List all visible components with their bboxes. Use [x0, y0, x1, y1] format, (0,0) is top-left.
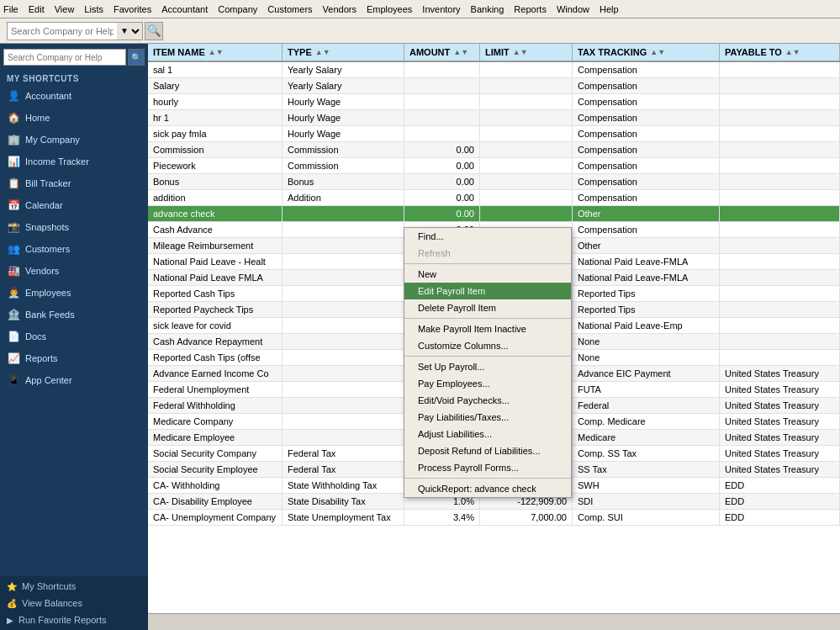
sidebar-item-home[interactable]: 🏠 Home [0, 107, 148, 129]
sort-icon-tax-tracking: ▲▼ [650, 48, 665, 56]
context-menu-item-adjust-liabilities[interactable]: Adjust Liabilities... [404, 426, 571, 442]
table-row[interactable]: sick pay fmlaHourly WageCompensation [148, 126, 840, 142]
sidebar-bottom-label-shortcuts: My Shortcuts [22, 581, 76, 591]
col-header-payable-to[interactable]: PAYABLE TO ▲▼ [720, 44, 840, 61]
menu-edit[interactable]: Edit [29, 4, 45, 14]
sidebar-bottom-run-favorite[interactable]: ▶ Run Favorite Reports [0, 611, 148, 628]
menu-inventory[interactable]: Inventory [422, 4, 460, 14]
table-cell [720, 94, 840, 109]
sidebar-item-snapshots[interactable]: 📸 Snapshots [0, 216, 148, 238]
col-header-item-name[interactable]: ITEM NAME ▲▼ [148, 44, 283, 61]
menu-lists[interactable]: Lists [84, 4, 103, 14]
menu-accountant[interactable]: Accountant [161, 4, 208, 14]
context-menu-item-set-up-payroll[interactable]: Set Up Payroll... [404, 358, 571, 375]
table-cell: EDD [720, 510, 840, 525]
sidebar-item-reports[interactable]: 📈 Reports [0, 347, 148, 369]
sort-icon-payable-to: ▲▼ [785, 48, 800, 56]
table-row[interactable]: sal 1Yearly SalaryCompensation [148, 62, 840, 78]
menu-customers[interactable]: Customers [267, 4, 312, 14]
context-menu-item-customize-columns[interactable]: Customize Columns... [404, 337, 571, 354]
table-row[interactable]: SalaryYearly SalaryCompensation [148, 78, 840, 94]
table-row[interactable]: advance check0.00Other [148, 206, 840, 222]
table-cell [480, 126, 573, 141]
context-menu-item-pay-employees[interactable]: Pay Employees... [404, 375, 571, 392]
context-menu-item-pay-liabilities[interactable]: Pay Liabilities/Taxes... [404, 409, 571, 426]
table-cell: sal 1 [148, 62, 283, 77]
table-cell [720, 318, 840, 333]
table-cell [720, 270, 840, 285]
menu-favorites[interactable]: Favorites [114, 4, 151, 14]
sidebar-item-docs[interactable]: 📄 Docs [0, 326, 148, 347]
table-cell: National Paid Leave-FMLA [573, 270, 720, 285]
sidebar-item-label-bill-tracker: Bill Tracker [25, 178, 71, 188]
context-menu-item-deposit-refund[interactable]: Deposit Refund of Liabilities... [404, 442, 571, 459]
menu-company[interactable]: Company [218, 4, 257, 14]
menu-help[interactable]: Help [600, 4, 619, 14]
top-search-dropdown[interactable]: ▼ [117, 23, 142, 40]
sidebar-item-label-reports: Reports [25, 353, 58, 363]
table-cell: Reported Paycheck Tips [148, 302, 283, 317]
menu-banking[interactable]: Banking [471, 4, 505, 14]
table-cell [283, 254, 404, 269]
context-menu-item-process-payroll-forms[interactable]: Process Payroll Forms... [404, 459, 571, 476]
context-menu-item-edit-payroll-item[interactable]: Edit Payroll Item [404, 283, 571, 299]
col-header-type[interactable]: TYPE ▲▼ [283, 44, 404, 61]
table-cell [480, 190, 573, 205]
menu-vendors[interactable]: Vendors [323, 4, 357, 14]
table-cell [283, 414, 404, 429]
menu-window[interactable]: Window [557, 4, 589, 14]
sidebar-item-customers[interactable]: 👥 Customers [0, 238, 148, 260]
sidebar-item-my-company[interactable]: 🏢 My Company [0, 129, 148, 151]
table-cell: sick pay fmla [148, 126, 283, 141]
table-cell: SWH [573, 478, 720, 493]
sidebar-item-bank-feeds[interactable]: 🏦 Bank Feeds [0, 304, 148, 326]
table-cell [480, 174, 573, 189]
table-cell [283, 366, 404, 381]
table-row[interactable]: additionAddition0.00Compensation [148, 190, 840, 206]
sidebar-item-employees[interactable]: 👨‍💼 Employees [0, 282, 148, 304]
sidebar-search-button[interactable]: 🔍 [128, 49, 145, 66]
sidebar-bottom-my-shortcuts[interactable]: ⭐ My Shortcuts [0, 578, 148, 595]
table-cell: None [573, 334, 720, 349]
table-cell: Reported Cash Tips (offse [148, 350, 283, 365]
table-cell: Reported Tips [573, 302, 720, 317]
table-cell: advance check [148, 206, 283, 221]
sidebar-item-bill-tracker[interactable]: 📋 Bill Tracker [0, 172, 148, 194]
table-row[interactable]: CommissionCommission0.00Compensation [148, 142, 840, 158]
context-menu-item-delete-payroll-item[interactable]: Delete Payroll Item [404, 299, 571, 316]
col-header-amount[interactable]: AMOUNT ▲▼ [404, 44, 480, 61]
sidebar-item-calendar[interactable]: 📅 Calendar [0, 194, 148, 216]
context-menu-item-new[interactable]: New [404, 266, 571, 283]
table-row[interactable]: PieceworkCommission0.00Compensation [148, 158, 840, 174]
table-row[interactable]: hr 1Hourly WageCompensation [148, 110, 840, 126]
sidebar-item-accountant[interactable]: 👤 Accountant [0, 85, 148, 107]
table-row[interactable]: CA- Unemployment CompanyState Unemployme… [148, 510, 840, 526]
col-header-tax-tracking[interactable]: TAX TRACKING ▲▼ [573, 44, 720, 61]
table-cell [720, 126, 840, 141]
table-cell: addition [148, 190, 283, 205]
sidebar-search-input[interactable] [3, 49, 126, 66]
menu-view[interactable]: View [55, 4, 75, 14]
top-search-button[interactable]: 🔍 [145, 22, 163, 40]
top-search-input[interactable] [8, 24, 117, 38]
sidebar-item-label-income-tracker: Income Tracker [25, 156, 89, 167]
table-cell: Compensation [573, 94, 720, 109]
menu-employees[interactable]: Employees [367, 4, 412, 14]
context-menu-item-edit-void-paychecks[interactable]: Edit/Void Paychecks... [404, 392, 571, 409]
table-cell: 0.00 [404, 190, 480, 205]
menu-file[interactable]: File [3, 4, 18, 14]
sidebar-item-app-center[interactable]: 📱 App Center [0, 369, 148, 391]
context-menu-item-make-inactive[interactable]: Make Payroll Item Inactive [404, 320, 571, 337]
table-row[interactable]: hourlyHourly WageCompensation [148, 94, 840, 110]
context-menu-item-quickreport[interactable]: QuickReport: advance check [404, 480, 571, 497]
table-cell [720, 254, 840, 269]
sidebar-bottom-view-balances[interactable]: 💰 View Balances [0, 595, 148, 611]
sidebar-item-income-tracker[interactable]: 📊 Income Tracker [0, 151, 148, 172]
table-cell [480, 78, 573, 93]
context-menu-item-find[interactable]: Find... [404, 228, 571, 245]
table-row[interactable]: BonusBonus0.00Compensation [148, 174, 840, 190]
menu-reports[interactable]: Reports [514, 4, 547, 14]
table-cell [404, 110, 480, 125]
sidebar-item-vendors[interactable]: 🏭 Vendors [0, 260, 148, 282]
col-header-limit[interactable]: LIMIT ▲▼ [480, 44, 573, 61]
